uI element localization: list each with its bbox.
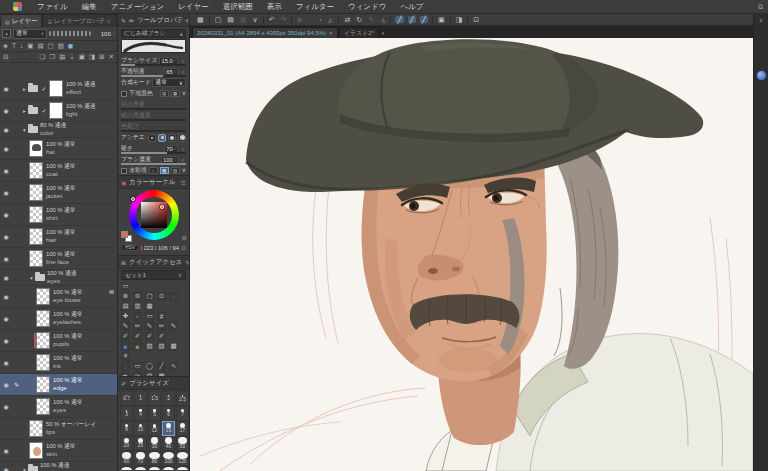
folder-arrow-icon[interactable]: ▾	[21, 467, 28, 471]
layer-row-line-face[interactable]: ◉100 % 通常line face	[0, 248, 117, 270]
rotate-view-icon[interactable]: ↻	[355, 16, 363, 23]
invert-selection-icon[interactable]: ◑	[317, 16, 323, 23]
layer-row-eyes[interactable]: ◉100 % 通常eyes	[0, 396, 117, 418]
brush-size-100[interactable]: 100	[162, 451, 175, 466]
hue-marker[interactable]	[131, 197, 135, 201]
brush-size-4[interactable]: 4	[134, 406, 147, 421]
layer-thumbnail[interactable]	[29, 162, 43, 179]
brush-size-70[interactable]: 70	[134, 451, 147, 466]
snap-ruler-icon[interactable]: ✎	[367, 16, 375, 23]
folder-arrow-icon[interactable]: ▸	[21, 86, 28, 92]
panel-icon[interactable]: ▭	[121, 282, 130, 291]
brush-size-30[interactable]: 30	[148, 436, 161, 451]
layer-thumbnail[interactable]	[29, 140, 43, 157]
tab-layer-property[interactable]: ☰ レイヤープロパティ	[42, 14, 116, 27]
brush-size-7[interactable]: 7	[176, 406, 189, 421]
eye-icon[interactable]: ◉	[0, 337, 12, 344]
brush-4-icon[interactable]: ✐	[157, 332, 166, 341]
zoom-out-icon[interactable]: ⊖	[133, 292, 142, 301]
new-document-icon[interactable]: ▢	[214, 16, 223, 23]
layer-thumbnail[interactable]	[36, 354, 50, 371]
dock-badge-icon[interactable]	[756, 70, 767, 81]
layer-row-shirt[interactable]: ◉100 % 通常shirt	[0, 204, 117, 226]
brush-size-50[interactable]: 50	[176, 436, 189, 451]
menu-item-2[interactable]: アニメーション	[104, 0, 172, 14]
create-mask-icon[interactable]: ◨	[89, 54, 95, 61]
transfer-down-icon[interactable]: ↓	[20, 43, 23, 50]
export-image-icon[interactable]: ▥	[133, 302, 142, 311]
layer-row-color[interactable]: ◉▾80 % 通過color	[0, 122, 117, 138]
fullscreen-icon[interactable]: ⊡	[472, 16, 480, 23]
frame-tool-icon[interactable]: ▭	[145, 312, 154, 321]
folder-arrow-icon[interactable]: ▾	[28, 275, 35, 281]
brush-size-150[interactable]: 150	[120, 466, 133, 470]
layer-row-jacket[interactable]: ◉100 % 通常jacket	[0, 182, 117, 204]
delete-layer-icon[interactable]: ✕	[109, 54, 114, 61]
brush-1-icon[interactable]: ✐	[121, 332, 130, 341]
layer-row-bg[interactable]: ◉▾100 % 通過bg	[0, 462, 117, 471]
eye-icon[interactable]: ◉	[0, 211, 12, 218]
brush-size-80[interactable]: 80	[148, 451, 161, 466]
spinner-icon[interactable]: ↕	[174, 69, 176, 74]
brush-size-120[interactable]: 120	[176, 451, 189, 466]
menu-item-5[interactable]: 表示	[260, 0, 289, 14]
layer-row-iris[interactable]: ◉100 % 通常iris	[0, 352, 117, 374]
menu-item-0[interactable]: ファイル	[30, 0, 75, 14]
tone-icon[interactable]: ▩	[169, 342, 178, 351]
eye-icon[interactable]: ◉	[0, 293, 12, 300]
select-rect-icon[interactable]: ▫	[133, 312, 142, 321]
selection-border-icon[interactable]: ◭	[327, 16, 334, 23]
layer-row-light[interactable]: ◉▸✓100 % 通過light	[0, 100, 117, 122]
lock-transparent-icon[interactable]: ▤	[37, 43, 43, 50]
gradient-icon[interactable]: ▨	[145, 342, 154, 351]
figure-line-icon[interactable]: ╱	[157, 362, 166, 371]
dynamics-icon[interactable]: ◊	[180, 58, 186, 64]
layer-thumbnail[interactable]	[36, 288, 50, 305]
eye-icon[interactable]: ◉	[0, 447, 12, 454]
layer-thumbnail[interactable]	[29, 228, 43, 245]
rgb-settings-icon[interactable]: ⊙	[181, 244, 186, 251]
fill-green-icon[interactable]: ■	[133, 342, 142, 351]
canvas-drawing-surface[interactable]	[190, 38, 753, 471]
eye-icon[interactable]: ◉	[0, 126, 12, 133]
blend-mode-dropdown[interactable]: 通常∨	[152, 78, 186, 87]
panel-menu-icon[interactable]: ☰	[181, 179, 186, 186]
eye-icon[interactable]: ◉	[0, 189, 12, 196]
eye-icon[interactable]: ◉	[0, 381, 12, 388]
ruler-icon[interactable]: ▨	[58, 43, 64, 50]
figure-rect-icon[interactable]: ▭	[133, 362, 142, 371]
pen-4-icon[interactable]: ✏	[157, 322, 166, 331]
layer-row-skin[interactable]: ◉100 % 通常skin	[0, 440, 117, 462]
new-folder-icon[interactable]: ▤	[59, 54, 65, 61]
open-file-icon[interactable]: ▤	[226, 16, 235, 23]
import-image-icon[interactable]: ▤	[121, 302, 130, 311]
reselect-icon[interactable]: ◌	[307, 16, 313, 23]
layer-thumbnail[interactable]	[29, 420, 43, 437]
brush-3-icon[interactable]: ✐	[145, 332, 154, 341]
layer-thumbnail[interactable]	[49, 80, 63, 97]
save-more-icon[interactable]: ∨	[252, 16, 259, 23]
brush-size-0.7[interactable]: 0.7	[120, 391, 133, 406]
eye-icon[interactable]: ◉	[0, 403, 12, 410]
pen-3-icon[interactable]: ✎	[145, 322, 154, 331]
edge-alt-chip[interactable]: ▨	[171, 167, 180, 174]
menu-item-1[interactable]: 編集	[75, 0, 104, 14]
folder-arrow-icon[interactable]: ▾	[21, 127, 28, 133]
brush-size-2.5[interactable]: 2.5	[176, 391, 189, 406]
edge-on-chip[interactable]: ▦	[160, 167, 169, 174]
tab-list-icon[interactable]: ▾	[382, 30, 385, 36]
grid-icon[interactable]: #	[157, 312, 166, 321]
lock-icon[interactable]: ∎	[180, 31, 183, 37]
fit-screen-icon[interactable]: ▢	[145, 292, 154, 301]
eye-icon[interactable]: ◉	[0, 274, 12, 281]
menu-item-7[interactable]: ウィンドウ	[341, 0, 393, 14]
dock-collapse-icon[interactable]: ∨	[754, 16, 768, 23]
lock-icon[interactable]: ▣	[27, 43, 33, 50]
brush-size-3[interactable]: 3	[120, 406, 133, 421]
eye-icon[interactable]: ◉	[0, 85, 12, 92]
brush-size-300[interactable]: 300	[176, 466, 189, 470]
brush-size-1[interactable]: 1	[134, 391, 147, 406]
main-color-swatch[interactable]	[121, 231, 128, 238]
new-raster-layer-icon[interactable]: ❑	[40, 54, 46, 61]
quick-access-set-select[interactable]: セット1 ∨	[121, 270, 186, 280]
